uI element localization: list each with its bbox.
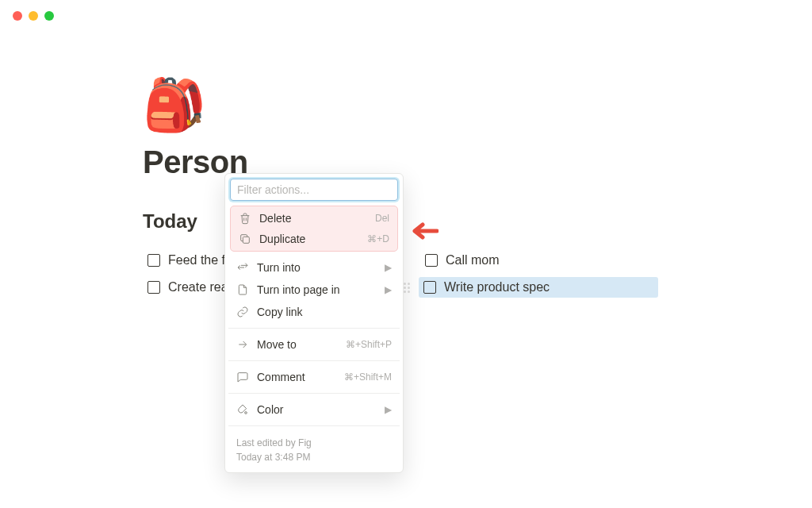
menu-item-copy-link[interactable]: Copy link xyxy=(230,301,398,323)
menu-item-comment[interactable]: Comment ⌘+Shift+M xyxy=(230,366,398,388)
page-icon xyxy=(236,283,249,296)
page-icon[interactable]: 🎒 xyxy=(143,79,780,130)
menu-meta: Last edited by Fig Today at 3:48 PM xyxy=(230,431,398,466)
menu-item-turn-into-page-in[interactable]: Turn into page in ▶ xyxy=(230,279,398,301)
menu-item-shortcut: ⌘+Shift+P xyxy=(346,339,392,350)
todo-label: Call mom xyxy=(446,253,500,267)
checkbox-icon[interactable] xyxy=(425,254,438,267)
minimize-window-icon[interactable] xyxy=(29,11,38,21)
close-window-icon[interactable] xyxy=(13,11,22,21)
menu-highlighted-group: Delete Del Duplicate ⌘+D xyxy=(230,206,398,252)
menu-item-label: Comment xyxy=(257,371,336,383)
menu-item-label: Color xyxy=(257,403,377,416)
menu-meta-editor: Last edited by Fig xyxy=(236,436,392,450)
menu-item-label: Delete xyxy=(259,212,367,225)
todo-item-selected[interactable]: Write product spec xyxy=(419,277,658,298)
menu-meta-time: Today at 3:48 PM xyxy=(236,450,392,464)
todo-label: Write product spec xyxy=(444,280,550,294)
annotation-arrow-icon xyxy=(407,219,439,243)
duplicate-icon xyxy=(239,233,251,245)
svg-rect-0 xyxy=(243,237,249,243)
comment-icon xyxy=(236,371,249,383)
swap-icon xyxy=(236,261,249,274)
menu-divider xyxy=(228,393,400,394)
menu-item-label: Copy link xyxy=(257,306,392,318)
checkbox-icon[interactable] xyxy=(423,281,436,294)
menu-item-shortcut: Del xyxy=(375,213,389,224)
checkbox-icon[interactable] xyxy=(147,254,160,267)
menu-item-delete[interactable]: Delete Del xyxy=(232,208,396,229)
todo-item[interactable]: Call mom xyxy=(420,250,658,271)
filter-actions-input[interactable] xyxy=(230,179,398,201)
chevron-right-icon: ▶ xyxy=(385,262,392,273)
menu-divider xyxy=(228,328,400,329)
menu-divider xyxy=(228,425,400,426)
menu-item-label: Turn into page in xyxy=(257,283,377,296)
chevron-right-icon: ▶ xyxy=(385,404,392,415)
menu-divider xyxy=(228,360,400,361)
maximize-window-icon[interactable] xyxy=(44,11,54,21)
menu-item-shortcut: ⌘+D xyxy=(367,233,389,244)
menu-item-turn-into[interactable]: Turn into ▶ xyxy=(230,256,398,279)
checkbox-icon[interactable] xyxy=(147,281,160,294)
menu-item-duplicate[interactable]: Duplicate ⌘+D xyxy=(232,229,396,249)
menu-item-label: Turn into xyxy=(257,261,377,274)
menu-item-label: Move to xyxy=(257,338,338,351)
menu-item-label: Duplicate xyxy=(259,233,359,245)
link-icon xyxy=(236,306,249,318)
svg-point-1 xyxy=(245,412,247,414)
menu-item-color[interactable]: Color ▶ xyxy=(230,398,398,421)
chevron-right-icon: ▶ xyxy=(385,284,392,295)
color-icon xyxy=(236,403,249,416)
trash-icon xyxy=(239,212,251,225)
window-traffic-lights xyxy=(13,11,54,21)
menu-item-move-to[interactable]: Move to ⌘+Shift+P xyxy=(230,333,398,356)
menu-item-shortcut: ⌘+Shift+M xyxy=(344,371,392,383)
move-icon xyxy=(236,338,249,351)
block-context-menu: Delete Del Duplicate ⌘+D Turn into ▶ Tur… xyxy=(224,173,404,473)
